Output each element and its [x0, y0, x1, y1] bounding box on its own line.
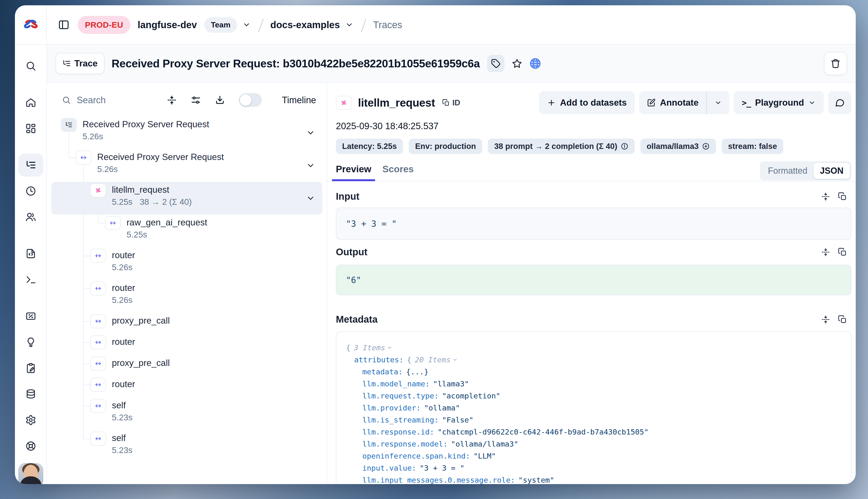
tree-row-span[interactable]: Received Proxy Server Request 5.26s — [51, 149, 322, 182]
tree-row-span[interactable]: router — [51, 334, 322, 355]
observation-title: litellm_request — [358, 96, 435, 109]
tree-search[interactable] — [62, 95, 148, 105]
tree-row-span[interactable]: router — [51, 376, 322, 398]
sidebar-annotation-icon[interactable] — [18, 356, 43, 380]
org-name[interactable]: langfuse-dev — [138, 20, 197, 30]
format-option-formatted[interactable]: Formatted — [762, 163, 814, 179]
sidebar-tracing-icon[interactable] — [18, 154, 43, 177]
sidebar-llm-judge-icon[interactable] — [18, 331, 43, 354]
annotate-button-group: Annotate — [639, 91, 729, 114]
observation-duration: 5.26s — [97, 163, 224, 175]
sidebar-settings-icon[interactable] — [18, 409, 43, 431]
annotate-button[interactable]: Annotate — [639, 91, 706, 114]
logo-area — [15, 5, 47, 44]
generation-icon — [90, 183, 106, 197]
user-avatar[interactable] — [18, 463, 43, 484]
public-globe-icon[interactable] — [529, 58, 541, 69]
copy-icon[interactable] — [838, 192, 847, 201]
annotate-dropdown-chevron-icon[interactable] — [707, 91, 730, 114]
sidebar-prompts-icon[interactable] — [18, 242, 43, 265]
sidebar-home-icon[interactable] — [18, 91, 43, 114]
sidebar-search-icon[interactable] — [18, 54, 43, 77]
sidebar-users-icon[interactable] — [18, 206, 43, 229]
org-logo-knot-icon[interactable] — [24, 18, 38, 32]
span-icon — [90, 281, 106, 295]
observation-detail-panel: litellm_request ID Add to datasets — [327, 83, 856, 484]
token-usage-chip[interactable]: 38 prompt → 2 completion (Σ 40) — [488, 138, 634, 154]
chevron-down-icon[interactable] — [306, 161, 315, 170]
observation-name: router — [112, 336, 135, 348]
add-to-datasets-button[interactable]: Add to datasets — [539, 91, 635, 114]
json-row[interactable]: metadata:{...} — [346, 366, 841, 378]
chevron-down-icon[interactable] — [306, 194, 315, 203]
copy-icon[interactable] — [838, 315, 847, 324]
tree-row-span[interactable]: self 5.23s — [51, 398, 322, 430]
tab-scores[interactable]: Scores — [382, 164, 414, 178]
copy-icon[interactable] — [838, 247, 847, 257]
sidebar-evaluators-icon[interactable] — [18, 305, 43, 328]
observation-duration: 5.26s — [112, 262, 135, 273]
copy-id[interactable]: ID — [442, 98, 460, 107]
observation-name: self — [112, 433, 133, 444]
tree-row-span[interactable]: router 5.26s — [51, 247, 322, 280]
tag-icon[interactable] — [487, 55, 504, 72]
tab-preview[interactable]: Preview — [336, 164, 371, 178]
observation-name: router — [112, 379, 135, 390]
output-section-label: Output — [336, 247, 367, 257]
sidebar-sessions-icon[interactable] — [18, 180, 43, 203]
observation-tree: Received Proxy Server Request 5.26s Rece… — [47, 107, 327, 484]
collapse-section-icon[interactable] — [821, 247, 830, 257]
generation-icon — [336, 96, 352, 110]
tabs-divider — [327, 181, 856, 181]
download-icon[interactable] — [215, 95, 225, 105]
comments-button[interactable] — [828, 91, 852, 114]
project-name[interactable]: docs-examples — [270, 20, 340, 30]
chevron-down-icon — [387, 345, 392, 351]
terminal-icon: >_ — [742, 98, 751, 108]
json-row[interactable]: {3 Items — [346, 342, 841, 354]
circle-plus-icon — [702, 143, 710, 150]
model-chip[interactable]: ollama/llama3 — [640, 138, 716, 154]
tree-row-span[interactable]: raw_gen_ai_request 5.25s — [51, 215, 322, 247]
detail-header: litellm_request ID Add to datasets — [336, 91, 852, 114]
project-chevron-down-icon[interactable] — [345, 21, 353, 29]
search-input[interactable] — [77, 95, 137, 105]
bookmark-star-icon[interactable] — [512, 58, 522, 69]
observation-duration: 5.25s — [126, 229, 207, 240]
sidebar-dashboard-icon[interactable] — [18, 117, 43, 140]
sidebar-toggle-icon[interactable] — [57, 18, 71, 32]
chevron-down-icon[interactable] — [306, 128, 315, 137]
observation-name: self — [112, 400, 133, 411]
format-toggle: Formatted JSON — [760, 161, 852, 181]
collapse-section-icon[interactable] — [821, 315, 830, 324]
tree-row-span[interactable]: proxy_pre_call — [51, 313, 322, 334]
collapse-section-icon[interactable] — [821, 192, 830, 201]
sidebar-support-icon[interactable] — [18, 435, 43, 458]
json-row: llm.request.type:"acompletion" — [346, 390, 841, 402]
timeline-toggle-label: Timeline — [282, 95, 316, 105]
tree-row-span[interactable]: self 5.23s — [51, 430, 322, 463]
tree-row-span[interactable]: proxy_pre_call — [51, 355, 322, 376]
observation-tree-panel: Timeline Received Proxy Server Re — [47, 83, 327, 484]
playground-button[interactable]: >_ Playground — [734, 91, 824, 114]
format-option-json[interactable]: JSON — [814, 163, 850, 179]
trace-header-row: Trace Received Proxy Server Request: b30… — [47, 45, 856, 83]
tree-row-trace-root[interactable]: Received Proxy Server Request 5.26s — [51, 117, 322, 149]
tree-row-generation-selected[interactable]: litellm_request 5.25s38 → 2 (Σ 40) — [51, 182, 322, 215]
sidebar-playground-icon[interactable] — [18, 268, 43, 291]
delete-trace-button[interactable] — [824, 52, 847, 75]
observation-name: proxy_pre_call — [112, 315, 170, 326]
json-row[interactable]: attributes:{20 Items — [346, 354, 841, 366]
top-navigation: PROD-EU langfuse-dev Team docs-examples … — [15, 5, 856, 45]
timeline-toggle[interactable] — [239, 93, 262, 107]
observation-name: router — [112, 282, 135, 293]
breadcrumb-section-traces[interactable]: Traces — [373, 20, 402, 30]
json-row: llm.provider:"ollama" — [346, 402, 841, 414]
display-settings-icon[interactable] — [191, 95, 201, 105]
org-chevron-down-icon[interactable] — [243, 21, 251, 29]
chevron-down-icon — [452, 357, 458, 363]
observation-name: router — [112, 250, 135, 261]
tree-row-span[interactable]: router 5.26s — [51, 280, 322, 313]
collapse-all-icon[interactable] — [167, 95, 177, 105]
sidebar-datasets-icon[interactable] — [18, 382, 43, 406]
